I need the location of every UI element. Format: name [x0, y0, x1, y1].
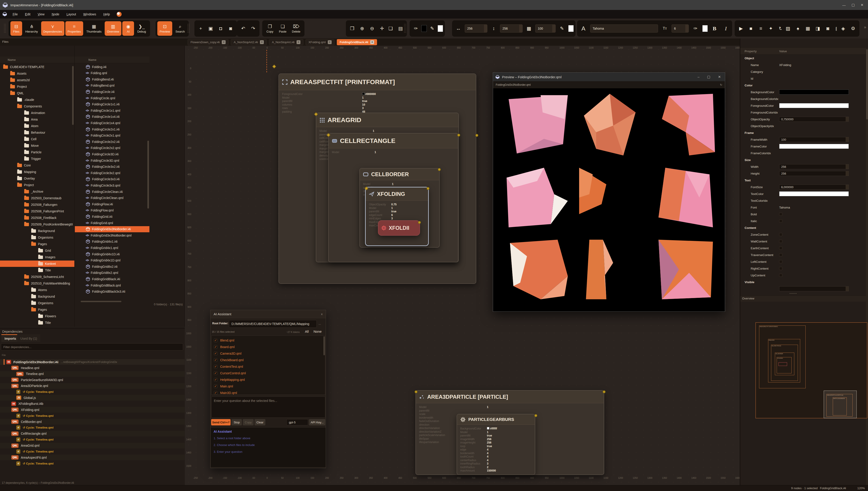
height-field[interactable]: 256 [500, 24, 523, 33]
splitter-handle[interactable]: •••••• [789, 292, 797, 295]
checkbox-checked[interactable]: ✓ [214, 339, 217, 342]
dependency-row[interactable]: QMLParticleGearBurstRAW3D.qml [0, 377, 185, 383]
file-item-FoldingGrid.i4i[interactable]: FoldingGrid.i4i [75, 213, 149, 220]
tree-item-Atoms[interactable]: Atoms [0, 287, 74, 293]
property-row-Category[interactable]: Category [740, 68, 866, 75]
menu-help[interactable]: Help [100, 11, 114, 17]
minimize-button[interactable]: — [842, 3, 846, 7]
checkbox[interactable] [779, 253, 782, 257]
file-item-FoldingFlow.i4i[interactable]: FoldingFlow.i4i [75, 201, 149, 207]
checkbox-checked[interactable]: ✓ [214, 371, 217, 375]
tree-item-Project[interactable]: Project [0, 83, 74, 90]
dependency-row[interactable]: QMLCellRectangle.qml [0, 431, 185, 436]
tab-close-icon[interactable]: ✕ [370, 40, 374, 44]
checkbox[interactable] [779, 212, 782, 216]
spin-buttons[interactable] [846, 165, 848, 169]
connector-dot[interactable] [272, 65, 276, 68]
list-name-header[interactable]: Name [88, 58, 96, 61]
tree-item-Background[interactable]: Background [0, 293, 74, 300]
tree-item-Move[interactable]: Move [0, 143, 74, 149]
file-item-FoldingCircle1x1.qml[interactable]: </>FoldingCircle1x1.qml [75, 108, 149, 114]
toolbar-drag-handle[interactable] [187, 24, 190, 33]
tree-item-Title[interactable]: Title [0, 320, 74, 326]
dependency-row[interactable]: ↺↺ Cycle: Timeline.qml [0, 389, 185, 395]
property-row-FrameColor[interactable]: FrameColor [740, 143, 866, 150]
tree-item-Atom[interactable]: Atom [0, 123, 74, 129]
menu-edit[interactable]: Edit [22, 11, 34, 17]
color-swatch-input[interactable] [779, 144, 849, 149]
color-swatch-input[interactable] [779, 191, 849, 196]
file-item-FoldingCircle3x2.i4i[interactable]: FoldingCircle3x2.i4i [75, 164, 149, 170]
open-folder-icon[interactable]: ▣ [206, 22, 215, 35]
spin-input[interactable] [779, 286, 849, 291]
property-row-LeftContent[interactable]: LeftContent [740, 258, 866, 265]
stroke-color-swatch[interactable] [438, 25, 443, 32]
tab-close-icon[interactable]: ✕ [222, 40, 225, 44]
connector-dot[interactable] [418, 221, 421, 224]
ai-file-Blend.qml[interactable]: ✓Blend.qml [214, 337, 322, 344]
checkbox[interactable] [779, 233, 782, 236]
file-item-FoldingGrid8x2.i4i[interactable]: FoldingGrid8x2.i4i [75, 263, 149, 269]
width-field[interactable]: 256 [465, 24, 487, 33]
overview-button[interactable]: ▥Overview [105, 21, 121, 36]
opacity-field[interactable]: 100 [535, 24, 556, 33]
file-item-FoldingCircle1x4.i4i[interactable]: FoldingCircle1x4.i4i [75, 114, 149, 120]
connector-dot[interactable] [427, 187, 430, 190]
file-item-FoldingGrid4x1D.i4i[interactable]: FoldingGrid4x1D.i4i [75, 251, 149, 257]
ai-button[interactable]: ◉AI [122, 21, 134, 36]
list-icon[interactable]: ≡ [756, 22, 765, 35]
font-family-field[interactable]: Tahoma [590, 24, 658, 33]
tree-item-Mapping[interactable]: Mapping [0, 169, 74, 175]
spin-input[interactable]: 0,750000 [779, 117, 849, 122]
browse-button[interactable]: ... [318, 322, 321, 325]
property-row-ObjectOpacity[interactable]: ObjectOpacity0,750000 [740, 116, 866, 122]
tree-item-Background[interactable]: Background [0, 228, 74, 234]
file-item-FoldingCircleClean.i4i[interactable]: FoldingCircleClean.i4i [75, 189, 149, 195]
file-item-FoldingGrid3x3NoBorder.i4i[interactable]: FoldingGrid3x3NoBorder.i4i [75, 226, 149, 232]
file-item-Folding.i4i[interactable]: Folding.i4i [75, 64, 149, 70]
property-row-Id[interactable]: Id [740, 75, 866, 82]
checkbox-checked[interactable]: ✓ [214, 365, 217, 369]
brush-icon[interactable]: ✎ [428, 22, 437, 35]
send-button[interactable]: Send Ctrl+⏎ [211, 419, 230, 426]
node-title-bar[interactable]: AREA3DPARTICLE [PARTICLE] [416, 391, 604, 403]
menu-view[interactable]: View [34, 11, 48, 17]
tree-item-Trigger[interactable]: Trigger [0, 155, 74, 162]
file-item-FoldingGridBlack.i4i[interactable]: FoldingGridBlack.i4i [75, 276, 149, 282]
tree-item-Title[interactable]: Title [0, 267, 74, 273]
tree-item-202503_Dornenstaub[interactable]: 202503_Dornenstaub [0, 195, 74, 201]
reel-icon[interactable]: ◙ [823, 22, 832, 35]
zoom-out-icon[interactable]: ⊖ [368, 22, 377, 35]
dependency-row[interactable]: QMLTimeline.qml [0, 371, 185, 377]
dependency-row[interactable]: I4IFoldingGrid3x3NoBorder.i4i...retBeweg… [0, 359, 185, 365]
preview-minimize-button[interactable]: – [698, 75, 700, 79]
file-item-FoldingGrid4x1.i4i[interactable]: FoldingGrid4x1.i4i [75, 239, 149, 245]
property-row-Italic[interactable]: Italic [740, 218, 866, 224]
checkbox-checked[interactable]: ✓ [214, 378, 217, 381]
checkbox-checked[interactable]: ✓ [214, 358, 217, 362]
checkbox[interactable] [779, 267, 782, 270]
tree-item-_Archive[interactable]: _Archive [0, 189, 74, 195]
tree-item-202510_FotoWaveWedding[interactable]: 202510_FotoWaveWedding [0, 280, 74, 287]
dependencies-button[interactable]: ⋎Dependencies [41, 21, 64, 36]
menu-node[interactable]: Node [48, 11, 63, 17]
maximize-button[interactable]: ▢ [851, 3, 855, 7]
font-size-field[interactable]: 6 [672, 24, 689, 33]
minimap-viewport[interactable] [824, 391, 857, 418]
tree-item-Grid[interactable]: Grid [0, 248, 74, 254]
tab-A_NonStopArt2.i4i[interactable]: A_NonStopArt2.i4i✕ [231, 39, 267, 45]
property-row-FontSize[interactable]: FontSize6,000000 [740, 184, 866, 191]
connector-dot[interactable] [534, 414, 537, 417]
pattern-icon[interactable]: ▦ [803, 22, 812, 35]
checkbox[interactable] [779, 260, 782, 263]
file-item-FoldingBend.i4i[interactable]: FoldingBend.i4i [75, 76, 149, 82]
tree-scrollbar[interactable] [72, 66, 74, 125]
file-item-FoldingCircle1x1.i4i[interactable]: FoldingCircle1x1.i4i [75, 101, 149, 108]
file-item-FoldingGrid3x3NoBorder.qml[interactable]: </>FoldingGrid3x3NoBorder.qml [75, 232, 149, 238]
connector-dot[interactable] [602, 391, 606, 393]
properties-scrollbar-track[interactable] [866, 49, 868, 485]
copy-button[interactable]: Copy [243, 419, 254, 426]
property-row-BackgroundColorIdx[interactable]: BackgroundColorIdx [740, 95, 866, 102]
property-row-WallContent[interactable]: WallContent [740, 238, 866, 245]
spin-input[interactable]: 256 [779, 164, 849, 169]
